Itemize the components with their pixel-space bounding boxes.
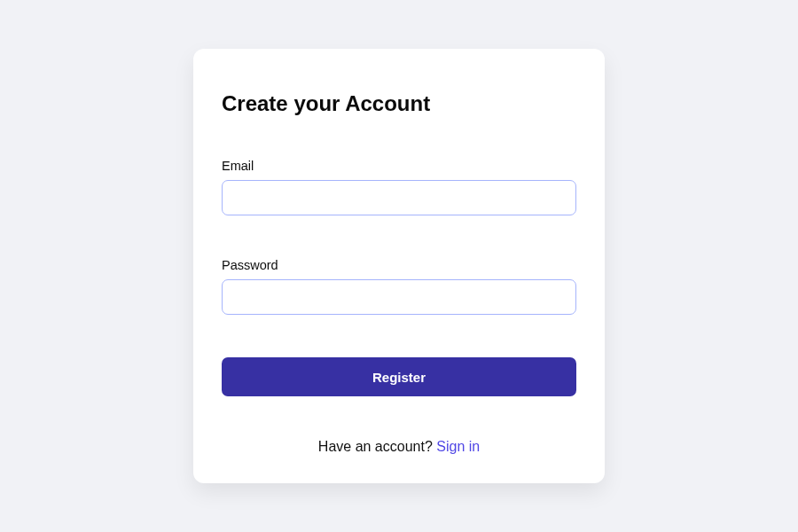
page-title: Create your Account: [222, 91, 576, 116]
password-label: Password: [222, 258, 576, 272]
register-button[interactable]: Register: [222, 357, 576, 396]
signin-prompt: Have an account?: [318, 439, 436, 454]
email-field-group: Email: [222, 159, 576, 215]
signup-card: Create your Account Email Password Regis…: [193, 49, 605, 483]
signin-link[interactable]: Sign in: [436, 439, 480, 454]
email-input[interactable]: [222, 180, 576, 215]
password-field-group: Password: [222, 258, 576, 315]
password-input[interactable]: [222, 279, 576, 315]
email-label: Email: [222, 159, 576, 173]
signin-footer: Have an account? Sign in: [222, 439, 576, 455]
